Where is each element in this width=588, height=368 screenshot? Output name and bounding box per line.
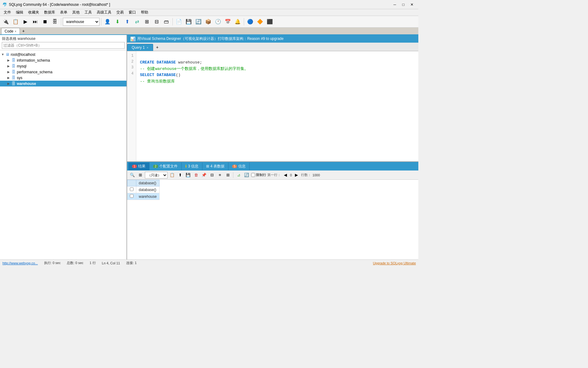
rt-cols-btn[interactable]: ⊟ <box>209 172 215 178</box>
tb-new-conn-button[interactable]: 📋 <box>11 17 20 26</box>
menu-table[interactable]: 表单 <box>58 9 70 16</box>
result-tab-info[interactable]: ℹ 3 信息 <box>182 163 202 170</box>
menu-tools[interactable]: 工具 <box>82 9 94 16</box>
filter-input[interactable] <box>2 42 125 49</box>
code-tab-close[interactable]: × <box>15 30 17 33</box>
add-tab-button[interactable]: + <box>20 28 27 34</box>
tb-schema2-button[interactable]: 🗃 <box>162 17 171 26</box>
tree-node-root[interactable]: ▼ 🖥 root@localhost <box>0 52 126 57</box>
result-tab-tabledata[interactable]: ⊞ 4 表数据 <box>202 163 228 170</box>
tree-label-root: root@localhost <box>11 52 35 57</box>
tb-db-compare-button[interactable]: 🔶 <box>255 17 265 26</box>
result-tab-3-label: 3 信息 <box>188 164 198 169</box>
tree-node-warehouse[interactable]: ▶ 🗄 warehouse <box>0 81 126 86</box>
result-tab-4-icon: ⊞ <box>206 164 209 168</box>
tree-node-performance-schema[interactable]: ▶ 🗄 performance_schema <box>0 69 126 75</box>
db-dropdown[interactable]: warehouse <box>63 18 100 26</box>
rt-filter2-btn[interactable]: ⊿ <box>235 172 242 178</box>
rt-grid-view-btn[interactable]: ⊞ <box>137 172 144 178</box>
tb-execute-all-button[interactable]: ⏭ <box>31 17 40 26</box>
rt-paste-btn[interactable]: 📌 <box>201 172 207 178</box>
tb-export-button[interactable]: ⬆ <box>123 17 132 26</box>
tb-grid-button[interactable]: ⊟ <box>152 17 161 26</box>
rt-rows-btn[interactable]: ≡ <box>217 172 223 178</box>
tb-restore-button[interactable]: 📦 <box>204 17 213 26</box>
tb-job-button[interactable]: 📅 <box>223 17 232 26</box>
tb-connect-button[interactable]: 🔌 <box>1 17 10 26</box>
status-url[interactable]: http://www.webyog.co... <box>2 261 38 265</box>
grid-header: database() <box>127 180 160 186</box>
menu-edit[interactable]: 编辑 <box>13 9 26 16</box>
tb-history-button[interactable]: 🕐 <box>213 17 223 26</box>
rt-delete-btn[interactable]: 🗑 <box>193 172 199 178</box>
rt-first-row-value: 0 <box>290 173 292 177</box>
menu-other[interactable]: 其他 <box>70 9 82 16</box>
code-tab[interactable]: Code × <box>1 28 20 34</box>
content-area: 📊 用Visual Schema Designer（可视化架构设计器）打印数据库… <box>127 35 418 259</box>
tree-node-sys[interactable]: ▶ 🗄 sys <box>0 75 126 81</box>
tb-sql-button[interactable]: 📄 <box>174 17 183 26</box>
row-1-checkbox[interactable] <box>130 187 134 191</box>
tb-user-button[interactable]: 👤 <box>103 17 112 26</box>
grid-row-1-db[interactable]: database() <box>136 186 160 193</box>
minimize-button[interactable]: ─ <box>391 2 399 8</box>
rt-copy-btn[interactable]: 📋 <box>169 172 175 178</box>
close-button[interactable]: ✕ <box>408 2 416 8</box>
rt-next-btn[interactable]: ▶ <box>293 172 300 178</box>
menu-favorites[interactable]: 收藏夹 <box>26 9 42 16</box>
tree-node-mysql[interactable]: ▶ 🗄 mysql <box>0 63 126 69</box>
menu-window[interactable]: 窗口 <box>126 9 138 16</box>
result-tab-4-label: 4 表数据 <box>210 164 224 169</box>
editor-area[interactable]: 1 2 3 4 CREATE DATABASE warehouse; -- 创建… <box>127 51 418 161</box>
grid-row-2-check[interactable] <box>127 193 136 200</box>
menu-transaction[interactable]: 交易 <box>114 9 126 16</box>
rt-prev-btn[interactable]: ◀ <box>282 172 289 178</box>
grid-col-database[interactable]: database() <box>136 180 160 186</box>
result-grid[interactable]: database() database() <box>127 180 418 259</box>
rt-limit-label[interactable]: 限制行 <box>251 173 266 177</box>
grid-row-1-check[interactable] <box>127 186 136 193</box>
tb-stop-button[interactable]: ⏹ <box>40 17 50 26</box>
query-tab-1-close[interactable]: × <box>147 46 149 49</box>
tb-table-button[interactable]: ⊞ <box>142 17 151 26</box>
table-row[interactable]: database() <box>127 186 160 193</box>
status-upgrade[interactable]: Upgrade to SQLyog Ultimate <box>373 261 416 265</box>
tree-node-information-schema[interactable]: ▶ 🗄 information_schema <box>0 57 126 63</box>
tb-notify-button[interactable]: 🔔 <box>233 17 242 26</box>
result-tab-info2[interactable]: 5 信息 <box>228 163 250 170</box>
tb-import-button[interactable]: ⬇ <box>113 17 122 26</box>
rt-mode-select[interactable]: （只读） 可编辑 <box>145 172 168 178</box>
expand-icon-sys: ▶ <box>7 76 11 79</box>
tb-sync-button[interactable]: ⇄ <box>132 17 141 26</box>
query-tab-1[interactable]: Query 1 × <box>127 44 153 51</box>
menu-help[interactable]: 帮助 <box>138 9 151 16</box>
maximize-button[interactable]: □ <box>399 2 407 8</box>
rt-export-btn[interactable]: ⬆ <box>177 172 183 178</box>
rt-row-count-label: 行数： <box>301 173 311 177</box>
query-add-tab-button[interactable]: + <box>153 44 162 51</box>
tb-schema-button[interactable]: 🗄 <box>50 17 59 26</box>
tb-backup-button[interactable]: 💾 <box>184 17 193 26</box>
result-tab-results[interactable]: 1 结果 <box>128 163 149 170</box>
rt-limit-checkbox[interactable] <box>251 173 255 177</box>
grid-row-2-db[interactable]: warehouse <box>136 193 160 200</box>
menu-database[interactable]: 数据库 <box>42 9 58 16</box>
row-2-checkbox[interactable] <box>130 194 134 198</box>
menu-advanced-tools[interactable]: 高级工具 <box>94 9 114 16</box>
tb-refresh-button[interactable]: 🔄 <box>194 17 203 26</box>
sidebar: 筛选表格 warehouse ▼ 🖥 root@localhost ▶ 🗄 in… <box>0 35 127 259</box>
rt-save-btn[interactable]: 💾 <box>185 172 191 178</box>
tree-label-performance-schema: performance_schema <box>17 70 52 74</box>
menu-file[interactable]: 文件 <box>1 9 13 16</box>
rt-filter-btn[interactable]: 🔍 <box>129 172 136 178</box>
tb-db-connect-button[interactable]: 🔵 <box>246 17 255 26</box>
rt-refresh2-btn[interactable]: 🔄 <box>243 172 250 178</box>
tb-db-sync2-button[interactable]: ⬛ <box>265 17 274 26</box>
result-tab-profiles[interactable]: 2 个配置文件 <box>149 163 182 170</box>
table-row[interactable]: warehouse <box>127 193 160 200</box>
tb-execute-button[interactable]: ▶ <box>21 17 30 26</box>
menubar: 文件 编辑 收藏夹 数据库 表单 其他 工具 高级工具 交易 窗口 帮助 <box>0 9 418 16</box>
rt-cols2-btn[interactable]: ⊞ <box>224 172 231 178</box>
result-toolbar: 🔍 ⊞ （只读） 可编辑 📋 ⬆ 💾 🗑 📌 ⊟ ≡ ⊞ ⊿ 🔄 <box>127 171 418 180</box>
code-content[interactable]: CREATE DATABASE warehouse; -- 创建warehous… <box>136 51 252 161</box>
